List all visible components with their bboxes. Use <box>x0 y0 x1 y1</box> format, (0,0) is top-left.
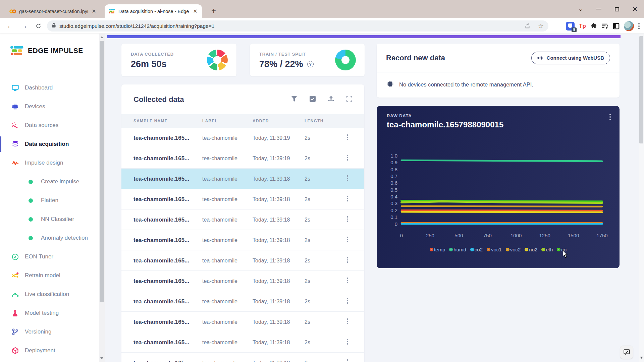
labels-donut-chart <box>207 50 228 70</box>
sample-name: tea-chamomile.165... <box>133 230 189 250</box>
sidebar-item-retrain-model[interactable]: Retrain model <box>0 266 99 285</box>
sample-label: tea-chamomile <box>202 128 237 148</box>
row-menu-kebab-icon[interactable] <box>347 134 348 140</box>
tab-close-icon[interactable]: ✕ <box>192 8 199 14</box>
extensions-puzzle-icon[interactable] <box>590 23 597 29</box>
url-bar[interactable]: studio.edgeimpulse.com/studio/121242/acq… <box>47 20 548 32</box>
sidebar-item-data-sources[interactable]: Data sources <box>0 116 99 135</box>
sidebar-item-label: Retrain model <box>25 272 60 279</box>
sample-name: tea-chamomile.165... <box>133 291 189 312</box>
sidebar-item-label: Model testing <box>25 310 59 316</box>
row-menu-kebab-icon[interactable] <box>347 237 348 242</box>
svg-text:0: 0 <box>400 233 403 238</box>
edge-impulse-logo[interactable]: EDGE IMPULSE <box>10 46 83 56</box>
row-menu-kebab-icon[interactable] <box>347 216 348 222</box>
filter-icon[interactable] <box>291 96 297 103</box>
legend-item-eth[interactable]: eth <box>541 247 553 252</box>
sidebar-item-nn-classifier[interactable]: NN Classifier <box>0 210 99 229</box>
scroll-down-icon[interactable] <box>639 355 644 360</box>
scroll-down-icon[interactable] <box>99 356 105 361</box>
row-menu-kebab-icon[interactable] <box>347 257 348 263</box>
sidebar-item-impulse-design[interactable]: Impulse design <box>0 154 99 172</box>
share-icon[interactable] <box>525 23 531 29</box>
connect-webusb-button[interactable]: Connect using WebUSB <box>531 52 610 64</box>
profile-avatar[interactable] <box>624 21 634 31</box>
sidebar-item-deployment[interactable]: Deployment <box>0 341 99 360</box>
table-row[interactable]: tea-chamomile.165...tea-chamomileToday, … <box>121 271 364 291</box>
row-menu-kebab-icon[interactable] <box>347 175 348 181</box>
bookmark-star-icon[interactable]: ☆ <box>538 22 544 30</box>
table-row[interactable]: tea-chamomile.165...tea-chamomileToday, … <box>121 230 364 250</box>
playlist-extension-icon[interactable] <box>601 23 608 29</box>
scrollbar-thumb[interactable] <box>100 41 104 302</box>
browser-menu-kebab-icon[interactable] <box>638 23 640 29</box>
table-row[interactable]: tea-chamomile.165...tea-chamomileToday, … <box>121 209 364 230</box>
table-row[interactable]: tea-chamomile.165...tea-chamomileToday, … <box>121 189 364 209</box>
sidebar-item-live-classification[interactable]: Live classification <box>0 285 99 304</box>
browser-tab-edge-impulse[interactable]: Data acquisition - ai-nose - Edge ✕ <box>105 4 202 18</box>
select-checkbox-icon[interactable] <box>310 96 316 103</box>
legend-item-voc2[interactable]: voc2 <box>506 247 521 252</box>
row-menu-kebab-icon[interactable] <box>347 339 348 345</box>
table-row[interactable]: tea-chamomile.165...tea-chamomileToday, … <box>121 169 364 189</box>
sidebar-item-model-testing[interactable]: Model testing <box>0 304 99 322</box>
sidebar-item-anomaly-detection[interactable]: Anomaly detection <box>0 229 99 247</box>
table-row[interactable]: tea-chamomile.165...tea-chamomileToday, … <box>121 291 364 312</box>
table-row[interactable]: tea-chamomile.165...tea-chamomileToday, … <box>121 128 364 148</box>
forward-button[interactable]: → <box>19 21 29 31</box>
help-icon[interactable]: ? <box>307 61 314 67</box>
legend-item-co2[interactable]: co2 <box>470 247 483 252</box>
window-close-button[interactable]: ✕ <box>631 5 639 13</box>
legend-ring-icon <box>470 248 474 251</box>
legend-ring-icon <box>430 248 433 251</box>
scrollbar-thumb[interactable] <box>639 36 643 143</box>
expand-icon[interactable] <box>346 96 352 103</box>
sample-label: tea-chamomile <box>202 148 237 169</box>
row-menu-kebab-icon[interactable] <box>347 359 348 362</box>
sidebar-item-versioning[interactable]: Versioning <box>0 322 99 341</box>
data-collected-card: DATA COLLECTED 26m 50s <box>121 44 236 76</box>
legend-item-humd[interactable]: humd <box>449 247 466 252</box>
sidebar-nav: DashboardDevicesData sourcesData acquisi… <box>0 78 99 360</box>
legend-item-temp[interactable]: temp <box>430 247 445 252</box>
sidebar-item-eon-tuner[interactable]: EON Tuner <box>0 247 99 266</box>
window-minimize-button[interactable] <box>594 5 603 13</box>
window-maximize-button[interactable] <box>612 5 621 13</box>
row-menu-kebab-icon[interactable] <box>347 196 348 201</box>
table-row[interactable]: tea-chamomile.165...tea-chamomileToday, … <box>121 353 364 362</box>
table-row[interactable]: tea-chamomile.165...tea-chamomileToday, … <box>121 312 364 332</box>
live-icon <box>11 292 19 297</box>
row-menu-kebab-icon[interactable] <box>347 318 348 324</box>
table-row[interactable]: tea-chamomile.165...tea-chamomileToday, … <box>121 250 364 271</box>
upload-icon[interactable] <box>328 96 334 103</box>
row-menu-kebab-icon[interactable] <box>347 298 348 304</box>
row-menu-kebab-icon[interactable] <box>347 278 348 283</box>
sidebar-item-data-acquisition[interactable]: Data acquisition <box>0 135 99 154</box>
browser-tab-colab[interactable]: gas-sensor-dataset-curation.ipyn ✕ <box>5 4 101 18</box>
page-scrollbar[interactable] <box>639 34 644 362</box>
legend-item-no2[interactable]: no2 <box>525 247 537 252</box>
sidebar-item-flatten[interactable]: Flatten <box>0 191 99 210</box>
sidebar-item-label: EON Tuner <box>25 253 53 260</box>
extension-blue-icon[interactable]: 5 <box>566 22 575 31</box>
feedback-button[interactable] <box>620 346 633 359</box>
new-tab-button[interactable]: + <box>209 6 219 16</box>
tab-close-icon[interactable]: ✕ <box>91 8 97 14</box>
scroll-up-icon[interactable] <box>99 35 105 40</box>
legend-item-voc1[interactable]: voc1 <box>487 247 502 252</box>
extension-tp-icon[interactable]: Tp <box>579 23 586 29</box>
window-chevron-down-icon[interactable]: ⌄ <box>575 5 587 13</box>
sidebar-item-create-impulse[interactable]: Create impulse <box>0 172 99 191</box>
sidebar-item-dashboard[interactable]: Dashboard <box>0 78 99 97</box>
back-button[interactable]: ← <box>5 21 15 31</box>
row-menu-kebab-icon[interactable] <box>347 155 348 161</box>
svg-text:0.6: 0.6 <box>390 180 397 186</box>
wand-icon <box>11 122 19 129</box>
table-row[interactable]: tea-chamomile.165...tea-chamomileToday, … <box>121 332 364 353</box>
table-body: tea-chamomile.165...tea-chamomileToday, … <box>121 128 364 362</box>
reload-button[interactable] <box>34 21 43 31</box>
table-row[interactable]: tea-chamomile.165...tea-chamomileToday, … <box>121 148 364 169</box>
sidebar-item-devices[interactable]: Devices <box>0 97 99 116</box>
dark-mode-extension-icon[interactable] <box>613 23 620 29</box>
sidebar-scrollbar[interactable] <box>99 34 105 362</box>
